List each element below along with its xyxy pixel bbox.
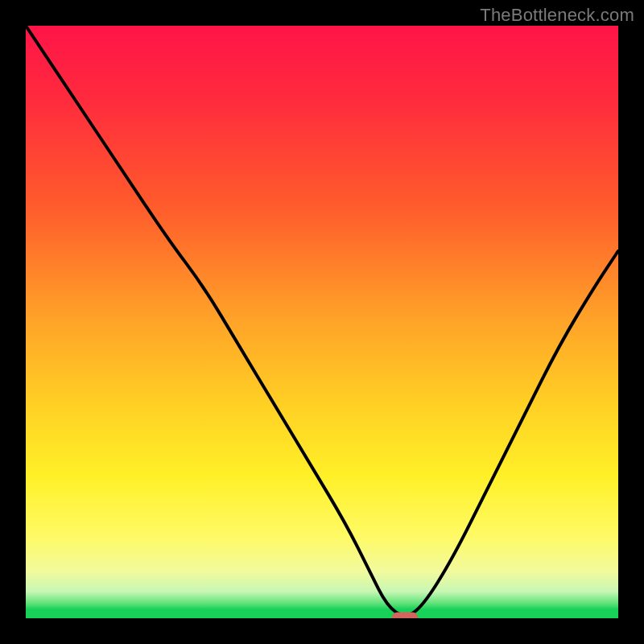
chart-frame: TheBottleneck.com [0, 0, 644, 644]
optimum-marker [392, 613, 419, 618]
watermark-text: TheBottleneck.com [480, 5, 634, 26]
chart-svg [26, 26, 618, 618]
plot-area [26, 26, 618, 618]
bottleneck-curve [26, 26, 618, 615]
